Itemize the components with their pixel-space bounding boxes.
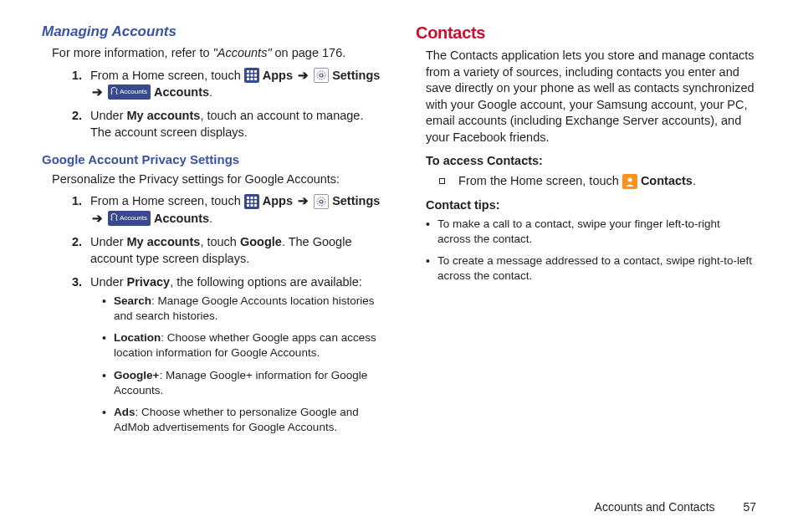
access-contacts-line: From the Home screen, touch Contacts.	[439, 172, 756, 189]
contact-tips-list: To make a call to a contact, swipe your …	[426, 217, 756, 284]
google-privacy-intro: Personalize the Privacy settings for Goo…	[52, 171, 382, 188]
list-item: Search: Manage Google Accounts location …	[102, 294, 382, 324]
square-bullet-icon	[439, 178, 445, 184]
subhead-contact-tips: Contact tips:	[426, 198, 756, 212]
apps-icon	[244, 194, 259, 209]
privacy-options-list: Search: Manage Google Accounts location …	[102, 294, 382, 436]
svg-point-21	[320, 200, 323, 203]
svg-point-22	[627, 177, 632, 182]
managing-accounts-steps: 1. From a Home screen, touch Apps ➔ Sett…	[72, 67, 382, 141]
list-item: To make a call to a contact, swipe your …	[426, 217, 756, 247]
step-item: 2. Under My accounts, touch an account t…	[72, 107, 382, 141]
svg-rect-3	[247, 74, 249, 76]
svg-rect-15	[250, 200, 253, 202]
settings-icon	[314, 68, 329, 83]
apps-icon	[244, 68, 259, 83]
heading-google-privacy: Google Account Privacy Settings	[42, 152, 382, 166]
subhead-access-contacts: To access Contacts:	[426, 154, 756, 167]
footer-section: Accounts and Contacts	[595, 500, 715, 514]
page-footer: Accounts and Contacts 57	[595, 500, 756, 514]
svg-rect-6	[247, 78, 249, 80]
list-item: Location: Choose whether Google apps can…	[102, 330, 382, 361]
list-item: Ads: Choose whether to personalize Googl…	[102, 405, 382, 435]
arrow-icon: ➔	[298, 194, 309, 207]
step-item: 1. From a Home screen, touch Apps ➔ Sett…	[72, 67, 382, 100]
svg-point-9	[317, 71, 325, 79]
right-column: Contacts The Contacts application lets y…	[416, 23, 756, 442]
list-item: Google+: Manage Google+ information for …	[102, 368, 382, 398]
heading-managing-accounts: Managing Accounts	[42, 23, 382, 40]
contacts-icon	[622, 174, 637, 189]
step-item: 3. Under Privacy, the following options …	[72, 274, 382, 436]
svg-rect-11	[247, 197, 249, 199]
svg-rect-18	[250, 204, 253, 207]
svg-rect-19	[254, 204, 257, 207]
svg-rect-2	[254, 70, 257, 73]
settings-icon	[314, 194, 329, 209]
svg-rect-7	[250, 78, 253, 80]
svg-rect-14	[247, 200, 249, 202]
svg-rect-1	[250, 70, 253, 73]
svg-point-20	[317, 197, 325, 206]
arrow-icon: ➔	[92, 212, 103, 225]
svg-rect-4	[250, 74, 253, 76]
svg-rect-8	[254, 78, 257, 80]
accounts-icon: Accounts	[108, 211, 151, 226]
list-item: To create a message addressed to a conta…	[426, 253, 756, 284]
step-item: 1. From a Home screen, touch Apps ➔ Sett…	[72, 192, 382, 226]
svg-rect-17	[247, 204, 249, 207]
arrow-icon: ➔	[298, 69, 309, 82]
heading-contacts: Contacts	[416, 23, 756, 43]
svg-rect-16	[254, 200, 257, 202]
google-privacy-steps: 1. From a Home screen, touch Apps ➔ Sett…	[72, 192, 382, 435]
contacts-intro: The Contacts application lets you store …	[426, 48, 756, 146]
svg-rect-5	[254, 74, 257, 76]
svg-rect-0	[247, 70, 249, 73]
svg-point-10	[320, 74, 323, 77]
footer-page-number: 57	[743, 500, 756, 514]
accounts-icon: Accounts	[108, 84, 151, 100]
managing-accounts-intro: For more information, refer to "Accounts…	[52, 45, 382, 62]
step-item: 2. Under My accounts, touch Google. The …	[72, 233, 382, 267]
left-column: Managing Accounts For more information, …	[42, 23, 382, 442]
arrow-icon: ➔	[92, 85, 103, 99]
svg-rect-13	[254, 197, 257, 199]
svg-rect-12	[250, 197, 253, 199]
